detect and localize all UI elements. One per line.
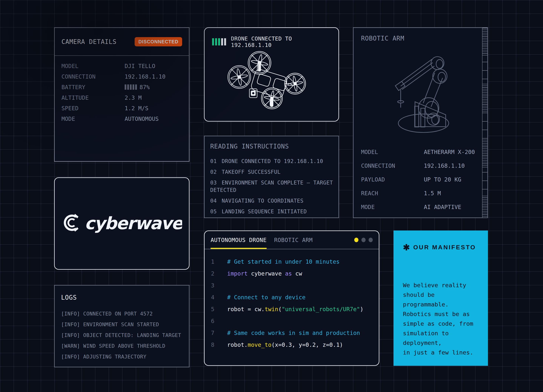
code-text: robot = cw.twin("universal_robots/UR7e"): [227, 303, 363, 315]
detail-row: MODELDJI TELLO: [62, 61, 182, 71]
ruler-ticks: [482, 28, 487, 218]
code-line: 7# Same code works in sim and production: [211, 327, 372, 339]
detail-value-text: 192.168.1.10: [125, 73, 165, 80]
detail-value-text: 1.5 M: [424, 190, 441, 196]
logs-title: LOGS: [61, 294, 77, 301]
code-token: twin: [265, 306, 278, 313]
detail-value: 2.3 M: [125, 95, 182, 101]
code-line: 5robot = cw.twin("universal_robots/UR7e"…: [211, 303, 372, 315]
asterisk-icon: ✱: [403, 243, 410, 252]
detail-value: 1.2 M/S: [125, 105, 182, 112]
detail-row: CONNECTION192.168.1.10: [62, 71, 182, 82]
code-line: 4# Connect to any device: [211, 291, 372, 303]
window-dot[interactable]: [369, 238, 373, 242]
battery-bar: [127, 84, 129, 90]
code-line: 1# Get started in under 10 minutes: [211, 256, 372, 268]
code-token: (x=0.3, y=0.2, z=0.1): [272, 342, 343, 348]
detail-row: BATTERY87%: [62, 82, 182, 92]
code-line: 8robot.move_to(x=0.3, y=0.2, z=0.1): [211, 339, 372, 351]
signal-bar: [224, 38, 226, 45]
camera-details-panel: CAMERA DETAILS DISCONNECTED MODELDJI TEL…: [54, 27, 189, 162]
camera-details-title: CAMERA DETAILS: [62, 38, 117, 45]
instruction-text: TAKEOFF SUCCESSFUL: [222, 169, 281, 175]
robotic-arm-panel: ROBOTIC ARM: [353, 27, 488, 218]
code-line: 2import cyberwave as cw: [211, 268, 372, 280]
cyberwave-wordmark: cyberwave: [85, 213, 182, 233]
detail-label: BATTERY: [62, 84, 125, 90]
camera-details-header: CAMERA DETAILS DISCONNECTED: [55, 28, 189, 56]
line-number: 3: [211, 280, 219, 291]
detail-label: REACH: [361, 190, 424, 196]
code-text: # Connect to any device: [227, 291, 305, 303]
detail-label: PAYLOAD: [361, 176, 424, 183]
detail-value: 192.168.1.10: [125, 73, 182, 80]
signal-bar: [215, 38, 217, 45]
detail-label: MODEL: [62, 63, 125, 69]
robotic-arm-title: ROBOTIC ARM: [354, 35, 412, 42]
manifesto-title-text: OUR MANIFESTO: [413, 244, 476, 251]
line-number: 8: [211, 339, 219, 351]
tab-autonomous-drone[interactable]: AUTONOMOUS DRONE: [211, 237, 267, 243]
code-token: # Same code works in sim and production: [227, 330, 360, 336]
status-badge: DISCONNECTED: [135, 37, 182, 46]
detail-label: MODE: [361, 204, 424, 210]
code-token: # Connect to any device: [227, 294, 305, 301]
detail-row: PAYLOADUP TO 20 KG: [361, 173, 482, 186]
cyberwave-emblem-icon: [65, 215, 78, 231]
code-token: # Get started in under 10 minutes: [227, 258, 339, 265]
code-token: move_to: [248, 342, 271, 348]
detail-value-text: AI ADAPTIVE: [424, 204, 461, 210]
detail-label: CONNECTION: [361, 162, 424, 169]
line-number: 6: [211, 315, 219, 327]
code-token: as: [285, 270, 292, 277]
battery-bar: [125, 84, 126, 90]
detail-value-text: DJI TELLO: [125, 63, 155, 69]
window-dot[interactable]: [354, 238, 358, 242]
drone-panel: DRONE CONNECTED TO 192.168.1.10: [204, 27, 339, 122]
line-number: 1: [211, 256, 219, 268]
drone-header: DRONE CONNECTED TO 192.168.1.10: [204, 28, 339, 48]
detail-row: CONNECTION192.168.1.10: [361, 159, 482, 173]
code-token: robot.: [227, 342, 248, 348]
drone-title: DRONE CONNECTED TO 192.168.1.10: [231, 35, 331, 48]
log-line: [WARN] WIND SPEED ABOVE THRESHOLD: [61, 341, 183, 351]
instruction-text: DRONE CONNECTED TO 192.168.1.10: [222, 158, 323, 164]
battery-bar: [135, 84, 137, 90]
line-number: 5: [211, 303, 219, 315]
logo-panel: cyberwave: [54, 177, 189, 270]
instruction-number: 05: [210, 208, 217, 215]
detail-value-text: UP TO 20 KG: [424, 176, 461, 183]
window-dot[interactable]: [362, 238, 366, 242]
drone-illustration: [204, 49, 339, 115]
detail-value: 192.168.1.10: [424, 162, 482, 169]
code-token: (: [278, 306, 282, 313]
tab-robotic-arm[interactable]: ROBOTIC ARM: [274, 237, 313, 243]
cyberwave-logo: cyberwave: [62, 212, 182, 235]
detail-value-text: 192.168.1.10: [424, 162, 465, 169]
instruction-item: 01DRONE CONNECTED TO 192.168.1.10: [210, 157, 333, 165]
code-token: cyberwave: [248, 270, 285, 277]
code-token: cw: [292, 270, 302, 277]
detail-value-text: 87%: [140, 84, 150, 90]
detail-value: 1.5 M: [424, 190, 482, 196]
instruction-number: 03: [210, 179, 217, 186]
detail-row: MODEAUTONOMOUS: [62, 113, 182, 124]
detail-value: 87%: [125, 84, 182, 90]
signal-bar: [212, 38, 214, 45]
detail-value: UP TO 20 KG: [424, 176, 482, 183]
code-text: import cyberwave as cw: [227, 268, 302, 280]
detail-value-text: AUTONOMOUS: [125, 116, 159, 122]
detail-label: ALTITUDE: [62, 95, 125, 101]
robotic-arm-illustration: [354, 47, 487, 135]
instruction-number: 04: [210, 198, 217, 204]
code-text: # Same code works in sim and production: [227, 327, 360, 339]
camera-details-rows: MODELDJI TELLOCONNECTION192.168.1.10BATT…: [55, 56, 189, 124]
code-token: ): [360, 306, 363, 313]
detail-value-text: AETHERARM X-200: [424, 149, 475, 155]
detail-value-text: 1.2 M/S: [125, 105, 148, 112]
code-editor-body: 1# Get started in under 10 minutes2impor…: [204, 249, 379, 351]
battery-bar: [133, 84, 134, 90]
detail-value-text: 2.3 M: [125, 95, 141, 101]
detail-row: SPEED1.2 M/S: [62, 103, 182, 113]
code-line: 6: [211, 315, 372, 327]
